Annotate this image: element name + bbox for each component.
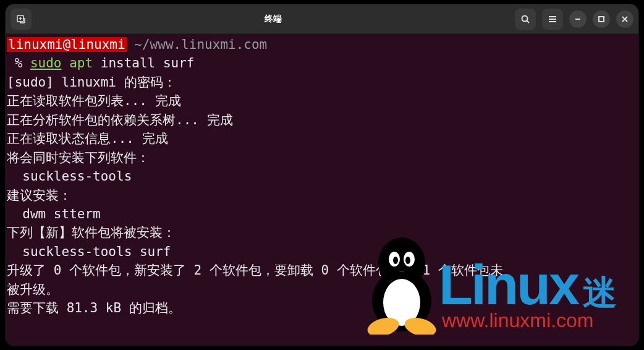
new-tab-button[interactable] (11, 9, 32, 30)
output-line: 正在读取软件包列表... 完成 (6, 92, 638, 110)
hamburger-icon (548, 14, 557, 24)
svg-point-1 (522, 15, 528, 21)
search-button[interactable] (515, 9, 536, 30)
titlebar: 终端 (6, 4, 638, 34)
minimize-icon (574, 15, 582, 23)
output-line: 被升级。 (6, 280, 638, 299)
svg-point-10 (365, 315, 400, 335)
cmd-rest: install surf (101, 56, 195, 70)
window-title: 终端 (32, 14, 515, 25)
search-icon (520, 14, 530, 24)
minimize-button[interactable] (569, 11, 587, 28)
output-line: 需要下载 81.3 kB 的归档。 (6, 299, 638, 317)
output-line: 建议安装： (6, 186, 638, 205)
prompt-path: ~/www.linuxmi.com (134, 37, 267, 52)
maximize-icon (598, 15, 605, 23)
maximize-button[interactable] (593, 11, 610, 28)
output-line: suckless-tools surf (6, 242, 638, 261)
close-button[interactable] (616, 11, 633, 28)
cmd-sudo: sudo (30, 56, 62, 70)
prompt-symbol: % (7, 56, 30, 70)
terminal-window: 终端 (6, 4, 638, 346)
cmd-apt: apt (69, 56, 93, 70)
output-line: suckless-tools (6, 167, 638, 186)
output-line: dwm stterm (6, 205, 638, 223)
output-line: 将会同时安装下列软件： (6, 148, 638, 167)
command-line: % sudo apt install surf (6, 54, 638, 72)
output-line: 下列【新】软件包将被安装： (6, 223, 638, 242)
svg-rect-2 (599, 17, 604, 22)
output-line: 升级了 0 个软件包，新安装了 2 个软件包，要卸载 0 个软件包，有 1 个软… (6, 261, 638, 280)
output-line: [sudo] linuxmi 的密码： (6, 73, 638, 92)
svg-point-11 (402, 315, 438, 335)
close-icon (621, 15, 629, 23)
menu-button[interactable] (542, 9, 563, 30)
prompt-line: linuxmi@linuxmi ~/www.linuxmi.com (6, 35, 638, 54)
output-line: 正在分析软件包的依赖关系树... 完成 (6, 111, 638, 129)
new-tab-icon (16, 14, 26, 24)
prompt-userhost: linuxmi@linuxmi (7, 37, 127, 52)
terminal-body[interactable]: linuxmi@linuxmi ~/www.linuxmi.com % sudo… (6, 34, 638, 346)
output-line: 正在读取状态信息... 完成 (6, 129, 638, 148)
